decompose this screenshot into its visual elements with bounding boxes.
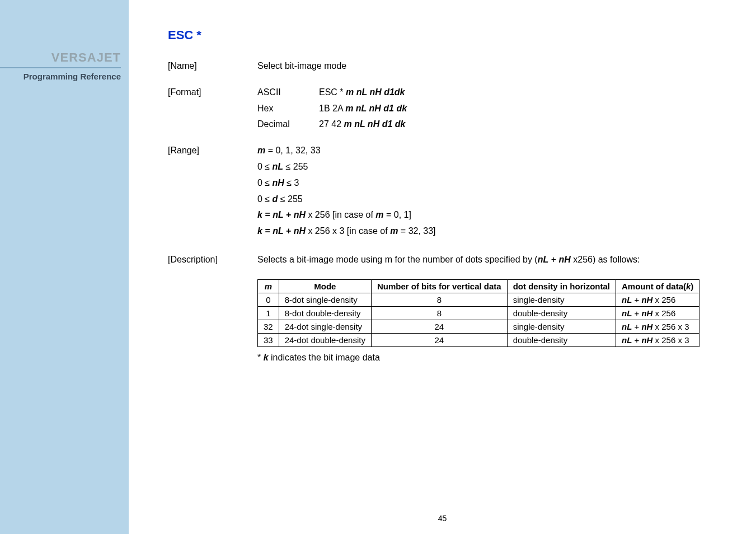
cell-mode: 8-dot single-density [279, 293, 371, 306]
section-range: [Range] m = 0, 1, 32, 330 ≤ nL ≤ 2550 ≤ … [168, 144, 734, 241]
sidebar-subtitle: Programming Reference [0, 67, 121, 81]
format-value: ESC * m nL nH d1dk [319, 86, 734, 100]
label-format: [Format] [168, 86, 257, 132]
description-text: Selects a bit-image mode using m for the… [257, 253, 734, 267]
label-name: [Name] [168, 59, 257, 73]
table-row: 3324-dot double-density24double-densityn… [258, 333, 699, 346]
cell-m: 1 [258, 306, 279, 320]
label-description: [Description] [168, 253, 257, 267]
th-density: dot density in horizontal [507, 279, 616, 293]
cell-m: 0 [258, 293, 279, 306]
cell-bits: 8 [371, 306, 507, 320]
format-grid: ASCIIESC * m nL nH d1dkHex1B 2A m nL nH … [257, 86, 734, 132]
range-line: 0 ≤ d ≤ 255 [257, 193, 734, 207]
section-description: [Description] Selects a bit-image mode u… [168, 253, 734, 267]
mode-table: m Mode Number of bits for vertical data … [257, 279, 699, 347]
cell-amount: nL + nH x 256 x 3 [616, 333, 699, 346]
cell-density: double-density [507, 333, 616, 346]
cell-m: 32 [258, 320, 279, 333]
sidebar: VERSAJET Programming Reference [0, 0, 129, 534]
command-title: ESC * [168, 28, 734, 43]
range-lines: m = 0, 1, 32, 330 ≤ nL ≤ 2550 ≤ nH ≤ 30 … [257, 144, 734, 241]
format-encoding: Decimal [257, 118, 319, 132]
format-value: 27 42 m nL nH d1 dk [319, 118, 734, 132]
footnote: * k indicates the bit image data [257, 353, 734, 363]
format-encoding: ASCII [257, 86, 319, 100]
section-name: [Name] Select bit-image mode [168, 59, 734, 73]
section-format: [Format] ASCIIESC * m nL nH d1dkHex1B 2A… [168, 86, 734, 132]
th-bits: Number of bits for vertical data [371, 279, 507, 293]
cell-density: single-density [507, 293, 616, 306]
brand-title: VERSAJET [0, 50, 121, 65]
main-content: ESC * [Name] Select bit-image mode [Form… [129, 0, 756, 534]
cell-mode: 24-dot double-density [279, 333, 371, 346]
label-range: [Range] [168, 144, 257, 241]
table-row: 08-dot single-density8single-densitynL +… [258, 293, 699, 306]
range-line: k = nL + nH x 256 x 3 [in case of m = 32… [257, 224, 734, 238]
cell-density: double-density [507, 306, 616, 320]
th-mode: Mode [279, 279, 371, 293]
range-line: 0 ≤ nL ≤ 255 [257, 160, 734, 174]
table-row: 3224-dot single-density24single-densityn… [258, 320, 699, 333]
cell-amount: nL + nH x 256 x 3 [616, 320, 699, 333]
table-row: 18-dot double-density8double-densitynL +… [258, 306, 699, 320]
range-line: m = 0, 1, 32, 33 [257, 144, 734, 158]
th-amount: Amount of data(k) [616, 279, 699, 293]
cell-mode: 8-dot double-density [279, 306, 371, 320]
format-value: 1B 2A m nL nH d1 dk [319, 102, 734, 116]
cell-bits: 24 [371, 320, 507, 333]
cell-bits: 24 [371, 333, 507, 346]
page-number: 45 [438, 514, 447, 523]
cell-bits: 8 [371, 293, 507, 306]
cell-amount: nL + nH x 256 [616, 306, 699, 320]
range-line: 0 ≤ nH ≤ 3 [257, 176, 734, 190]
th-m: m [258, 279, 279, 293]
cell-density: single-density [507, 320, 616, 333]
range-line: k = nL + nH x 256 [in case of m = 0, 1] [257, 208, 734, 222]
format-encoding: Hex [257, 102, 319, 116]
cell-amount: nL + nH x 256 [616, 293, 699, 306]
cell-m: 33 [258, 333, 279, 346]
value-name: Select bit-image mode [257, 59, 734, 73]
cell-mode: 24-dot single-density [279, 320, 371, 333]
